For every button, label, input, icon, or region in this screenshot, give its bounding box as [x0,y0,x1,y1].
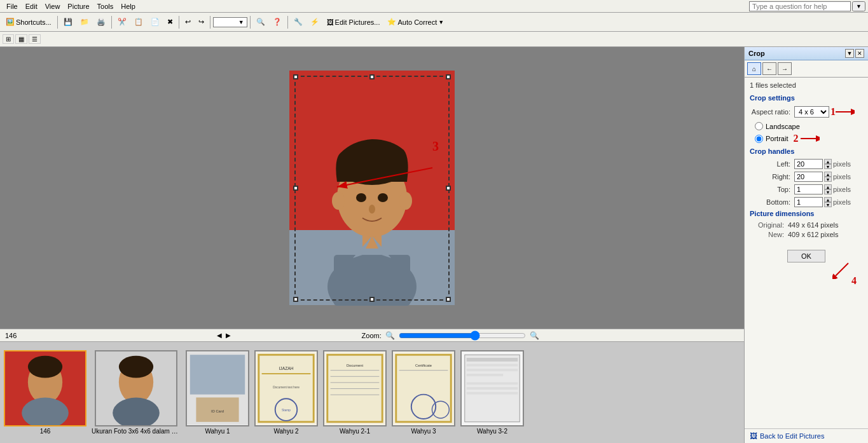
zoom-box: 61% ▼ [213,17,247,27]
shortcuts-button[interactable]: 🖼️ Shortcuts... [3,16,55,28]
svg-point-11 [399,192,412,210]
left-up-btn[interactable]: ▲ [824,159,832,164]
right-input[interactable]: 20 [794,172,823,182]
copy-button[interactable]: 📋 [131,16,146,28]
svg-rect-40 [331,382,380,383]
zoom-input[interactable]: 61% [216,18,238,26]
film-item-2[interactable]: ID Card Wahyu 1 [186,350,249,435]
edit-pictures-button[interactable]: 🖼 Edit Pictures... [324,17,383,28]
scroll-right-btn[interactable]: ▶ [226,332,231,339]
middle-section: 3 146 ◀ ▶ Zoom: 🔍 🔍 [0,47,868,443]
auto-icon-btn[interactable]: ⚡ [307,16,322,28]
annotation-4-arrow [832,260,851,279]
aspect-ratio-row: Aspect ratio: 4 x 6 1 [750,106,863,118]
svg-point-7 [356,193,366,202]
paste-icon: 📄 [151,18,160,26]
zoom-minus-btn[interactable]: 🔍 [385,331,395,340]
filmstrip: 146 Ukuran Foto 3x6 4x6 dalam pixel [0,341,744,443]
film-item-3[interactable]: IJAZAH Document text here Stamp Wahyu 2 [254,350,318,435]
save-button[interactable]: 💾 [60,16,76,28]
view-btn-2[interactable]: ▦ [15,34,27,44]
svg-rect-54 [467,374,504,376]
bottom-up-btn[interactable]: ▲ [824,197,832,202]
top-down-btn[interactable]: ▼ [824,189,832,194]
open-icon: 📁 [80,18,89,26]
film-item-4[interactable]: Document Wahyu 2-1 [323,350,387,435]
landscape-radio[interactable] [755,122,763,130]
zoom-out-button[interactable]: 🔍 [253,16,268,28]
svg-rect-25 [190,355,245,394]
film-item-5[interactable]: Certificate Wahyu 3 [392,350,455,435]
menubar-file[interactable]: File [3,2,22,11]
help-search[interactable] [749,1,851,11]
auto-correct-dropdown[interactable]: ▼ [438,19,444,25]
left-unit: pixels [833,160,851,168]
delete-icon: ✖ [167,18,173,26]
panel-nav: ⌂ ← → [745,60,868,78]
ok-button[interactable]: OK [787,250,825,262]
svg-point-9 [369,205,375,214]
cut-icon: ✂️ [118,18,127,26]
film-item-1[interactable]: Ukuran Foto 3x6 4x6 dalam pixel [92,350,181,435]
left-field-row: Left: 20 ▲ ▼ pixels [750,159,863,169]
right-down-btn[interactable]: ▼ [824,177,832,182]
panel-nav-back[interactable]: ← [762,62,776,75]
redo-icon: ↪ [198,18,204,26]
bottom-down-btn[interactable]: ▼ [824,202,832,207]
delete-button[interactable]: ✖ [164,16,176,28]
scroll-left-btn[interactable]: ◀ [217,332,222,339]
panel-nav-forward[interactable]: → [778,62,792,75]
left-input[interactable]: 20 [794,159,823,169]
menubar-edit[interactable]: Edit [22,2,41,11]
cut-button[interactable]: ✂️ [114,16,130,28]
right-up-btn[interactable]: ▲ [824,172,832,177]
app-layout: File Edit View Picture Tools Help ▼ 🖼️ S… [0,0,868,443]
fix-button[interactable]: 🔧 [291,16,306,28]
menubar-picture[interactable]: Picture [64,2,93,11]
zoom-slider[interactable] [399,331,526,341]
redo-button[interactable]: ↪ [195,16,207,28]
statusbar: 146 ◀ ▶ Zoom: 🔍 🔍 [0,329,744,341]
film-label-0: 146 [40,428,51,435]
back-icon: 🖼 [750,432,757,440]
top-up-btn[interactable]: ▲ [824,184,832,189]
zoom-in-icon: ❓ [273,18,282,26]
view-btn-3[interactable]: ☰ [29,34,41,44]
zoom-plus-btn[interactable]: 🔍 [530,331,539,340]
auto-correct-button[interactable]: ⭐ Auto Correct ▼ [384,16,447,28]
right-unit: pixels [833,173,851,181]
file-count: 146 [5,332,17,339]
svg-rect-39 [331,376,380,377]
back-link[interactable]: 🖼 Back to Edit Pictures [745,428,868,443]
svg-rect-46 [399,370,448,371]
aspect-ratio-select[interactable]: 4 x 6 [794,106,829,118]
panel-close-btn[interactable]: ✕ [855,49,864,58]
top-input[interactable]: 1 [794,184,823,194]
left-down-btn[interactable]: ▼ [824,164,832,169]
save-icon: 💾 [64,18,72,26]
auto-correct-icon: ⭐ [387,18,396,26]
bottom-input[interactable]: 1 [794,197,823,207]
film-item-6[interactable]: Wahyu 3-2 [460,350,524,435]
paste-button[interactable]: 📄 [148,16,163,28]
film-item-0[interactable]: 146 [4,350,86,435]
menubar-tools[interactable]: Tools [93,2,118,11]
panel-dropdown-btn[interactable]: ▼ [845,49,854,58]
svg-rect-38 [331,370,380,371]
menubar-view[interactable]: View [41,2,64,11]
svg-rect-1 [334,255,410,306]
menubar-help[interactable]: Help [117,2,139,11]
zoom-in-button[interactable]: ❓ [270,16,285,28]
svg-line-63 [836,263,848,276]
view-btn-1[interactable]: ⊞ [3,34,14,44]
open-button[interactable]: 📁 [77,16,92,28]
panel-nav-home[interactable]: ⌂ [747,62,761,75]
zoom-dropdown-icon[interactable]: ▼ [238,19,244,25]
portrait-radio[interactable] [755,135,763,143]
shortcuts-label: Shortcuts... [16,18,52,26]
undo-button[interactable]: ↩ [182,16,194,28]
svg-rect-51 [467,358,518,362]
left-spinner: ▲ ▼ [824,159,832,169]
print-button[interactable]: 🖨️ [93,16,109,28]
help-search-btn[interactable]: ▼ [852,1,865,11]
